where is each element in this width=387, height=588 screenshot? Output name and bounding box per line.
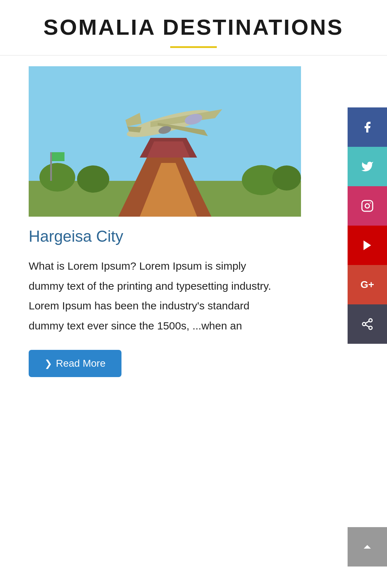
svg-point-25 (363, 323, 366, 326)
youtube-button[interactable] (348, 226, 387, 265)
read-more-label: Read More (56, 358, 106, 369)
svg-line-27 (366, 325, 369, 327)
svg-point-5 (272, 165, 301, 191)
svg-rect-6 (50, 152, 52, 181)
youtube-icon (361, 239, 374, 252)
article-body: What is Lorem Ipsum? Lorem Ipsum is simp… (29, 256, 272, 336)
title-underline (170, 46, 217, 48)
svg-rect-20 (362, 201, 373, 211)
svg-point-24 (369, 319, 372, 322)
arrow-up-icon (360, 540, 374, 554)
facebook-icon (361, 121, 374, 134)
page-title: SOMALIA DESTINATIONS (7, 14, 380, 40)
instagram-icon (361, 199, 374, 212)
svg-point-3 (77, 165, 109, 193)
share-button[interactable] (348, 304, 387, 344)
svg-marker-23 (364, 241, 371, 250)
svg-marker-12 (147, 141, 190, 158)
svg-point-2 (39, 163, 75, 192)
svg-point-22 (370, 202, 371, 203)
page-header: SOMALIA DESTINATIONS (0, 0, 387, 55)
share-icon (361, 318, 374, 331)
scroll-top-button[interactable] (348, 527, 387, 567)
social-sidebar: G+ (348, 107, 387, 344)
chevron-right-icon: ❯ (44, 358, 52, 369)
svg-rect-7 (52, 152, 64, 161)
read-more-button[interactable]: ❯ Read More (29, 350, 121, 377)
twitter-button[interactable] (348, 147, 387, 186)
facebook-button[interactable] (348, 107, 387, 147)
article-title: Hargeisa City (29, 227, 272, 245)
instagram-button[interactable] (348, 186, 387, 226)
google-plus-button[interactable]: G+ (348, 265, 387, 304)
main-content: Hargeisa City What is Lorem Ipsum? Lorem… (0, 56, 301, 391)
twitter-icon (361, 160, 374, 173)
svg-point-26 (369, 326, 372, 329)
article-image-wrapper (29, 66, 301, 217)
google-plus-icon: G+ (360, 279, 374, 290)
svg-point-21 (365, 204, 369, 208)
svg-line-28 (366, 321, 369, 323)
article-image (29, 66, 301, 217)
